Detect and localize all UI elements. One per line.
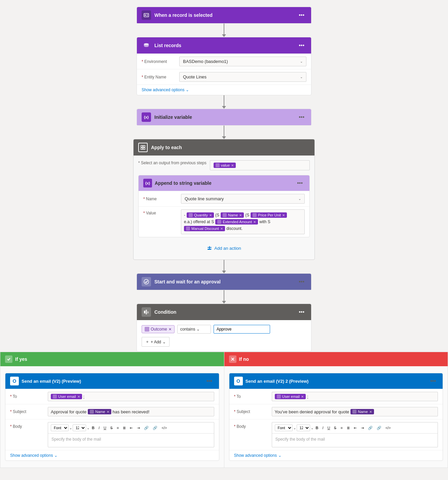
yes-show-advanced[interactable]: Show advanced options ⌄ (5, 450, 219, 460)
if-no-body: O Send an email (V2) 2 (Preview) ••• To … (224, 366, 448, 468)
add-condition-btn[interactable]: ＋ + Add ⌄ (142, 337, 306, 347)
italic-btn-yes[interactable]: I (97, 425, 101, 431)
font-select-yes[interactable]: Font (51, 424, 69, 431)
apply-each-card: Apply to each ••• * Select an output fro… (133, 139, 315, 260)
body-no-editor[interactable]: Font ⌄ 12 ⌄ B I U S̶ (272, 422, 438, 447)
user-email-yes-token-close[interactable]: ✕ (77, 395, 80, 399)
send-email-yes-header: O Send an email (V2) (Preview) ••• (5, 373, 219, 389)
subject-yes-field[interactable]: Approval for quote Name ✕ has been recie… (48, 407, 214, 416)
unlink-btn-yes[interactable]: 🔗 (151, 425, 159, 431)
body-no-toolbar: Font ⌄ 12 ⌄ B I U S̶ (272, 422, 438, 434)
outcome-token-close[interactable]: ✕ (169, 327, 172, 332)
bold-btn-no[interactable]: B (314, 425, 320, 431)
init-var-title: Initialize variable (154, 114, 192, 120)
add-btn[interactable]: ＋ + Add ⌄ (142, 337, 170, 347)
outcome-token: Outcome ✕ (142, 325, 175, 333)
numbered-btn-yes[interactable]: ≣ (121, 425, 127, 431)
name-no-token-close[interactable]: ✕ (369, 410, 372, 414)
toolbar-arrow-no: ⌄ (293, 426, 296, 430)
body-yes-placeholder[interactable]: Specify the body of the mail (48, 434, 214, 447)
indent1-btn-no[interactable]: ⇤ (352, 425, 359, 431)
trigger-menu-btn[interactable]: ••• (297, 11, 306, 19)
trigger-icon (142, 10, 151, 20)
bullets-btn-no[interactable]: ≡ (339, 425, 344, 431)
condition-row: Outcome ✕ contains ⌄ (142, 325, 306, 334)
underline-btn-no[interactable]: U (326, 425, 332, 431)
link-btn-no[interactable]: 🔗 (366, 425, 374, 431)
condition-menu-btn[interactable]: ••• (297, 308, 306, 316)
add-action-btn[interactable]: Add an action (138, 241, 310, 255)
list-records-header: List records ••• (137, 37, 311, 54)
to-no-field[interactable]: User email ✕ ; (272, 392, 438, 401)
yes-chevron-down-icon: ⌄ (54, 453, 58, 458)
name-dropdown[interactable]: Quote line summary ⌄ (181, 194, 305, 204)
italic-btn-no[interactable]: I (321, 425, 325, 431)
svg-rect-2 (147, 14, 148, 15)
condition-icon (142, 307, 151, 317)
extended-amount-token-close[interactable]: ✕ (253, 220, 256, 224)
approval-menu-btn[interactable]: ••• (297, 278, 306, 285)
body-yes-row: Body Font ⌄ 12 ⌄ B (5, 419, 219, 450)
send-email-no-menu-btn[interactable]: ••• (428, 377, 438, 385)
body-yes-label: Body (10, 422, 44, 429)
list-records-show-advanced[interactable]: Show advanced options ⌄ (137, 84, 311, 95)
indent1-btn-yes[interactable]: ⇤ (128, 425, 135, 431)
variable-icon: {x} (142, 112, 151, 122)
apply-each-menu-btn[interactable]: ••• (300, 144, 310, 151)
entity-value[interactable]: Quote Lines ⌄ (179, 72, 306, 82)
operator-dropdown-arrow: ⌄ (196, 327, 200, 332)
bullets-btn-yes[interactable]: ≡ (115, 425, 120, 431)
quantity-token-close[interactable]: ✕ (209, 213, 212, 217)
condition-value-input[interactable] (214, 325, 270, 334)
indent2-btn-yes[interactable]: ⇥ (135, 425, 142, 431)
subject-no-field[interactable]: You've been denied approval for quote Na… (272, 407, 438, 416)
underline-btn-yes[interactable]: U (102, 425, 108, 431)
svg-rect-12 (208, 249, 211, 250)
subject-no-label: Subject (234, 409, 268, 414)
list-records-menu-btn[interactable]: ••• (297, 42, 306, 49)
body-no-placeholder[interactable]: Specify the body of the mail (272, 434, 438, 447)
numbered-btn-no[interactable]: ≣ (345, 425, 351, 431)
svg-rect-6 (143, 145, 145, 147)
no-show-advanced[interactable]: Show advanced options ⌄ (229, 450, 443, 460)
user-email-no-token-close[interactable]: ✕ (301, 395, 304, 399)
environment-value[interactable]: BASDemo (basdemo1) ⌄ (179, 57, 306, 66)
font-select-no[interactable]: Font (275, 424, 293, 431)
size-select-no[interactable]: 12 (297, 424, 310, 431)
html-btn-yes[interactable]: </> (160, 425, 169, 431)
indent2-btn-no[interactable]: ⇥ (359, 425, 366, 431)
value-label: Value (143, 209, 177, 215)
entity-row: Entity Name Quote Lines ⌄ (137, 69, 311, 84)
strikethrough-btn-yes[interactable]: S̶ (109, 425, 114, 431)
append-string-menu-btn[interactable]: ••• (295, 179, 305, 187)
size-select-yes[interactable]: 12 (73, 424, 86, 431)
arrow-1 (222, 24, 226, 37)
select-output-field[interactable]: value ✕ (210, 160, 310, 170)
chevron-down-icon: ⌄ (186, 88, 189, 92)
name-token-close[interactable]: ✕ (239, 213, 242, 217)
value-field[interactable]: - Quantity ✕ (S Name ✕ (181, 209, 305, 234)
value-token-close[interactable]: ✕ (231, 164, 234, 167)
link-btn-yes[interactable]: 🔗 (142, 425, 150, 431)
environment-row: Environment BASDemo (basdemo1) ⌄ (137, 54, 311, 69)
body-yes-editor[interactable]: Font ⌄ 12 ⌄ B I U S̶ (48, 422, 214, 447)
unlink-btn-no[interactable]: 🔗 (375, 425, 383, 431)
entity-label: Entity Name (142, 75, 175, 79)
init-var-menu-btn[interactable]: ••• (297, 113, 306, 121)
name-yes-token-close[interactable]: ✕ (107, 410, 109, 414)
outcome-token-icon (145, 327, 149, 332)
if-yes-label: If yes (15, 356, 27, 362)
send-email-yes-menu-btn[interactable]: ••• (204, 377, 214, 385)
if-yes-header: If yes (0, 352, 224, 366)
user-email-no-token: User email ✕ (275, 394, 306, 399)
value-token: value ✕ (214, 163, 236, 168)
bold-btn-yes[interactable]: B (90, 425, 96, 431)
checkmark-icon (5, 355, 12, 363)
strikethrough-btn-no[interactable]: S̶ (332, 425, 338, 431)
quantity-token: Quantity ✕ (187, 212, 214, 218)
price-per-unit-token-close[interactable]: ✕ (282, 213, 285, 217)
condition-operator-select[interactable]: contains ⌄ (177, 325, 211, 334)
html-btn-no[interactable]: </> (384, 425, 393, 431)
manual-discount-token-close[interactable]: ✕ (220, 227, 223, 231)
to-yes-field[interactable]: User email ✕ ; (48, 392, 214, 401)
